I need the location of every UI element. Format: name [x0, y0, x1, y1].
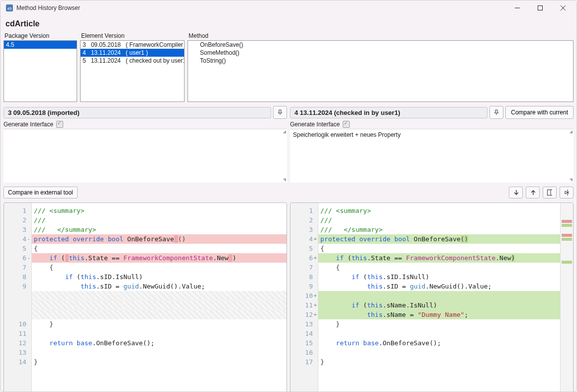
right-comment-text: Speicherlogik erweitert + neues Property [293, 131, 400, 138]
list-item[interactable]: 4 13.11.2024 ( user1 ) [81, 49, 184, 57]
list-item[interactable]: SomeMethod() [198, 49, 573, 57]
scroll-down-icon [570, 179, 573, 182]
svg-rect-6 [548, 190, 553, 196]
list-item[interactable]: 3 09.05.2018 ( FrameworkCompiler ) [81, 41, 184, 49]
app-icon: 45 [5, 4, 13, 12]
left-diff-pane[interactable]: 1234-56-7891011121314 /// <summary>/////… [3, 202, 287, 392]
arrow-down-icon [513, 190, 518, 196]
list-item[interactable]: 4.5 [4, 41, 77, 49]
method-list[interactable]: OnBeforeSave()SomeMethod()ToString() [188, 40, 574, 102]
package-version-label: Package Version [3, 32, 77, 40]
compare-external-button[interactable]: Compare in external tool [3, 187, 78, 198]
left-generate-interface-checkbox[interactable] [56, 121, 63, 128]
left-code: /// <summary>////// </summary>protected … [32, 203, 287, 392]
right-minimap[interactable] [560, 203, 573, 392]
titlebar: 45 Method History Browser [0, 0, 577, 15]
arrow-up-icon [530, 190, 535, 196]
element-version-label: Element Version [80, 32, 185, 40]
split-view-icon [547, 190, 552, 196]
right-gutter: 1234+56+78910+11+12+1314151617 [290, 203, 318, 392]
list-item[interactable]: 5 13.11.2024 ( checked out by user1 ) [81, 57, 184, 65]
window-controls [506, 0, 575, 15]
window-title: Method History Browser [16, 4, 80, 11]
left-generate-interface-label: Generate Interface [3, 121, 53, 128]
left-version-header: 3 09.05.2018 (imported) [3, 107, 271, 118]
next-diff-button[interactable] [509, 187, 523, 198]
right-code: /// <summary>////// </summary>protected … [318, 203, 560, 392]
list-item[interactable]: OnBeforeSave() [198, 41, 573, 49]
right-generate-interface-checkbox[interactable] [343, 121, 350, 128]
scroll-down-icon [283, 179, 286, 182]
left-comment[interactable] [3, 129, 287, 183]
right-pin-button[interactable] [489, 106, 503, 119]
svg-rect-3 [538, 6, 543, 10]
element-version-list[interactable]: 3 09.05.2018 ( FrameworkCompiler )4 13.1… [80, 40, 185, 102]
prev-diff-button[interactable] [526, 187, 540, 198]
svg-text:45: 45 [7, 6, 12, 11]
right-diff-pane[interactable]: 1234+56+78910+11+12+1314151617 /// <summ… [290, 202, 574, 392]
close-button[interactable] [552, 0, 575, 15]
package-version-list[interactable]: 4.5 [3, 40, 77, 102]
minimize-button[interactable] [506, 0, 529, 15]
right-version-header: 4 13.11.2024 (checked in by user1) [290, 107, 487, 118]
right-generate-interface-label: Generate Interface [290, 121, 340, 128]
right-comment[interactable]: Speicherlogik erweitert + neues Property [290, 129, 574, 183]
collapse-icon [564, 190, 569, 196]
compare-with-current-button[interactable]: Compare with current [505, 106, 574, 119]
collapse-unchanged-button[interactable] [560, 187, 574, 198]
scroll-up-icon [283, 130, 286, 133]
top-selectors: Package Version 4.5 Element Version 3 09… [3, 32, 574, 102]
list-item[interactable]: ToString() [198, 57, 573, 65]
maximize-button[interactable] [529, 0, 552, 15]
left-pin-button[interactable] [273, 106, 287, 119]
side-by-side-button[interactable] [543, 187, 557, 198]
scroll-up-icon [570, 130, 573, 133]
method-label: Method [188, 32, 574, 40]
class-name: cdArticle [3, 18, 574, 32]
left-gutter: 1234-56-7891011121314 [4, 203, 32, 392]
diff-toolbar: Compare in external tool [3, 186, 574, 199]
